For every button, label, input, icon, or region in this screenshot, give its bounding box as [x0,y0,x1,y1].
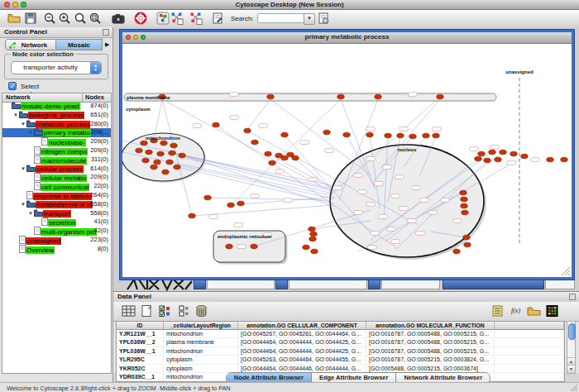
unselect-attributes-icon[interactable] [176,304,190,318]
table-cell[interactable]: [GO:0016787, GO:0005488, GO:0005215, G..… [366,338,495,346]
tab-network[interactable]: Network [5,39,56,50]
table-cell[interactable]: plasma membrane [164,338,238,346]
new-attribute-icon[interactable] [140,304,154,318]
graph-node[interactable] [463,235,470,240]
tree-header-nodes[interactable]: Nodes [85,93,104,101]
background-window-fragment[interactable] [275,280,288,289]
attribute-list-icon[interactable] [490,304,505,318]
expander-icon[interactable]: ▼ [28,209,34,218]
table-row[interactable]: YJR121W__1mitochondrion[GO:0045267, GO:0… [117,330,564,338]
graph-node[interactable] [366,132,373,137]
export-image-icon[interactable] [112,12,125,25]
graph-node[interactable] [478,151,485,156]
graph-node[interactable] [521,154,528,159]
search-options-icon[interactable] [317,12,330,25]
table-scrollbar[interactable]: ▲ ▼ [567,321,576,374]
table-cell[interactable]: [GO:0005488, GO:0005215, GO:0003674] [366,365,495,372]
annotation-icon[interactable] [211,12,224,25]
table-cell[interactable]: cytoplasm [164,365,238,372]
zoom-in-icon[interactable] [58,12,71,25]
graph-node[interactable] [136,148,142,153]
graph-node[interactable] [204,195,211,200]
graph-node[interactable] [179,153,185,158]
table-cell[interactable]: [GO:0045267, GO:0045261, GO:0044464, G..… [238,330,366,337]
tree-row[interactable]: macromolecule311(0) [2,155,111,165]
graph-node[interactable] [409,134,416,139]
cell-id[interactable]: YLR295C [117,356,164,363]
graph-node[interactable] [141,141,147,146]
graph-node[interactable] [169,151,175,155]
graph-node[interactable] [489,150,495,155]
tree-row[interactable]: ▼cellular process614(0) [2,165,111,174]
graph-node[interactable] [162,170,169,174]
table-cell[interactable] [495,338,564,346]
table-cell[interactable]: [GO:0044464, GO:0044446, GO:0044444, G..… [238,365,366,372]
tree-row[interactable]: response to stimulu264(0) [2,191,111,200]
background-window-fragment[interactable] [443,280,544,289]
first-neighbors-icon[interactable] [170,12,184,25]
function-builder-icon[interactable]: f(x) [509,304,523,318]
background-window-fragment[interactable] [368,280,380,289]
import-file-icon[interactable] [527,304,541,318]
open-session-icon[interactable] [7,12,21,25]
scrollbar-thumb[interactable] [568,323,576,340]
network-graph-canvas[interactable]: plasma membranecytoplasmmitochondrionnuc… [122,43,572,277]
graph-node[interactable] [151,165,157,170]
expander-icon[interactable]: ▼ [21,200,26,209]
expander-icon[interactable]: ▼ [13,111,19,120]
more-tabs-arrow[interactable]: ▶ [105,41,109,48]
graph-node[interactable] [461,197,467,202]
zoom-fit-icon[interactable] [89,12,102,25]
graph-node[interactable] [385,133,391,138]
float-panel-icon[interactable] [569,294,576,300]
graph-node[interactable] [397,133,404,138]
scroll-down-button[interactable]: ▼ [567,365,575,373]
graph-node[interactable] [500,150,506,155]
graph-node[interactable] [267,94,274,99]
background-window-fragment[interactable] [381,280,440,289]
graph-node[interactable] [244,128,251,133]
table-row[interactable]: YLR295Ccytoplasm[GO:0045263, GO:0044464,… [117,356,564,364]
float-panel-icon[interactable] [103,29,109,36]
graph-node[interactable] [160,141,167,146]
graph-node[interactable] [309,237,316,241]
search-input[interactable] [257,13,305,23]
select-nodes-checkbox[interactable]: ✓ [8,82,17,90]
graph-node[interactable] [423,133,429,138]
graph-node[interactable] [547,157,553,162]
column-header[interactable]: _cellularLayoutRegion [164,322,238,329]
table-cell[interactable]: [GO:0044464, GO:0044444, GO:0044425, G..… [238,338,366,346]
tree-row[interactable]: ▼metabolic process280(0) [2,120,111,129]
graph-node[interactable] [146,150,152,155]
graph-node[interactable] [166,160,173,165]
table-cell[interactable] [495,356,564,363]
expander-icon[interactable]: ▼ [21,120,26,129]
tree-row[interactable]: ▼primary metabo209(... [2,128,111,137]
network-overview-icon[interactable] [156,12,170,25]
graph-node[interactable] [461,203,467,208]
save-session-icon[interactable] [24,12,37,25]
graph-node[interactable] [310,232,317,237]
graph-node[interactable] [437,94,443,99]
graph-node[interactable] [154,160,160,165]
graph-node[interactable] [292,155,299,160]
graph-node[interactable] [433,133,439,138]
zoom-out-icon[interactable] [43,12,56,25]
graph-node[interactable] [213,122,219,127]
table-cell[interactable] [495,365,564,372]
window-resize-grip[interactable] [561,266,571,276]
table-cell[interactable]: mitochondrion [164,347,238,355]
tree-row[interactable]: cellular metabo209(0) [2,173,111,182]
column-header[interactable]: annotation.GO MOLECULAR_FUNCTION [366,322,495,329]
graph-node[interactable] [510,151,517,156]
graph-node[interactable] [464,242,471,247]
graph-node[interactable] [269,160,275,165]
cell-id[interactable]: YPL036W__2 [117,338,164,346]
graph-node[interactable] [495,157,501,162]
column-header[interactable]: ID [117,322,164,329]
tree-row[interactable]: cell communicat22(0) [2,182,111,191]
select-network-icon[interactable] [189,12,203,25]
graph-node[interactable] [226,244,232,249]
tree-row[interactable]: mosaic-demo-yeast874(0) [2,102,111,111]
graph-node[interactable] [375,94,381,99]
